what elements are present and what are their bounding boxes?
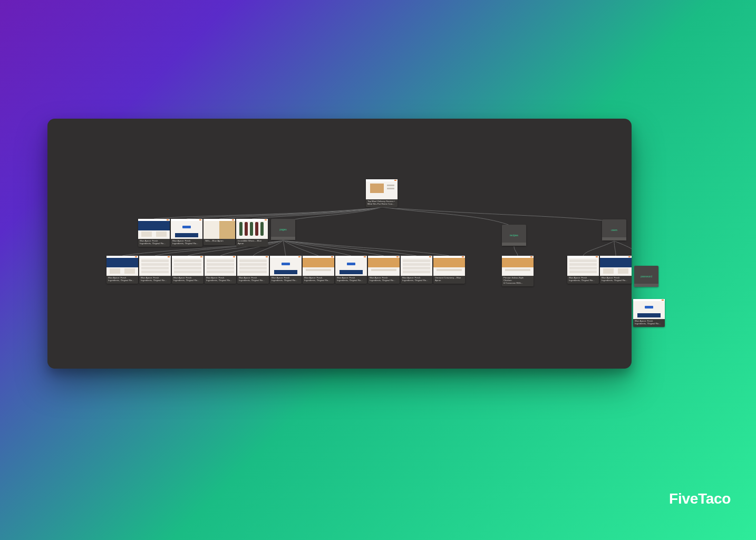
- folder-label: users: [611, 228, 617, 232]
- node-subtitle: Ingredients, Original Re...: [141, 279, 169, 282]
- sitemap-node[interactable]: Blue Apron: FreshIngredients, Original R…: [106, 256, 138, 284]
- sitemap-node[interactable]: Blue Apron: FreshIngredients, Original R…: [600, 256, 632, 284]
- sitemap-node[interactable]: Blue Apron: FreshIngredients, Original R…: [171, 219, 202, 247]
- sitemap-node[interactable]: Blue Apron: FreshIngredients, Original R…: [368, 256, 400, 284]
- node-title: Gifts – Blue Apron: [205, 240, 234, 243]
- node-subtitle: Ingredients, Original Re...: [239, 279, 267, 282]
- node-thumbnail: [172, 256, 203, 276]
- node-thumbnail: [303, 256, 334, 276]
- node-thumbnail: [368, 256, 400, 276]
- folder-password[interactable]: password: [634, 266, 658, 287]
- sitemap-node[interactable]: Persian Italian-Style Chicken& Couscous …: [502, 256, 534, 286]
- node-thumbnail: [600, 256, 632, 276]
- folder-label: recipes: [510, 234, 518, 237]
- brand-logo: FiveTaco: [669, 490, 731, 507]
- node-subtitle: Ingredients, Original Re...: [304, 279, 333, 282]
- sitemap-node[interactable]: Blue Apron: FreshIngredients, Original R…: [172, 256, 203, 284]
- node-thumbnail: [401, 256, 432, 276]
- folder-pages[interactable]: pages: [271, 219, 295, 240]
- node-thumbnail: [237, 256, 269, 276]
- sitemap-node[interactable]: Blue Apron: FreshIngredients, Original R…: [138, 219, 170, 247]
- node-subtitle: Ingredients, Original Re...: [337, 279, 365, 282]
- sitemap-node[interactable]: Blue Apron: FreshIngredients, Original R…: [335, 256, 367, 284]
- node-thumbnail: [139, 256, 171, 276]
- node-subtitle: Meal Kits For Home Coo...: [367, 203, 396, 206]
- sitemap-node[interactable]: Blue Apron: FreshIngredients, Original R…: [139, 256, 171, 284]
- node-subtitle: Ingredients, Original Re...: [172, 243, 201, 245]
- node-thumbnail: [270, 256, 302, 276]
- node-subtitle: Ingredients, Original Re...: [402, 279, 431, 282]
- node-title: Incredible Wines – Blue Apron: [238, 240, 266, 245]
- node-thumbnail: [205, 256, 236, 276]
- node-subtitle: Apron: [435, 279, 463, 282]
- node-subtitle: Ingredients, Original Re...: [140, 243, 168, 245]
- node-thumbnail: [633, 299, 665, 319]
- sitemap-node[interactable]: Vermont Creamery – BlueApron: [433, 256, 465, 284]
- node-subtitle: Ingredients, Original Re...: [206, 279, 235, 282]
- node-thumbnail: [567, 256, 599, 276]
- node-thumbnail: [236, 219, 268, 239]
- sitemap-node[interactable]: Blue Apron: FreshIngredients, Original R…: [633, 299, 665, 327]
- node-thumbnail: [138, 219, 170, 239]
- node-thumbnail: [502, 256, 534, 276]
- folder-label: pages: [279, 228, 287, 231]
- node-subtitle: Ingredients, Original Re...: [602, 279, 630, 282]
- sitemap-node[interactable]: Blue Apron: FreshIngredients, Original R…: [401, 256, 432, 284]
- node-subtitle: Ingredients, Original Re...: [370, 279, 398, 282]
- node-subtitle: & Couscous With...: [503, 282, 532, 285]
- sitemap-node[interactable]: Blue Apron: FreshIngredients, Original R…: [567, 256, 599, 284]
- sitemap-node[interactable]: Blue Apron: FreshIngredients, Original R…: [303, 256, 334, 284]
- sitemap-node[interactable]: Incredible Wines – Blue Apron: [236, 219, 268, 247]
- node-thumbnail: [366, 179, 398, 199]
- node-subtitle: Ingredients, Original Re...: [569, 279, 597, 282]
- node-thumbnail: [203, 219, 235, 239]
- folder-recipes[interactable]: recipes: [502, 225, 526, 246]
- node-thumbnail: [335, 256, 367, 276]
- connection-lines: [47, 119, 632, 369]
- node-subtitle: Ingredients, Original Re...: [635, 323, 663, 325]
- sitemap-node[interactable]: Blue Apron: FreshIngredients, Original R…: [270, 256, 302, 284]
- node-thumbnail: [106, 256, 138, 276]
- sitemap-node-root[interactable]: Top Meal Delivery Service • Meal Kits Fo…: [366, 179, 398, 207]
- node-thumbnail: [171, 219, 202, 239]
- node-subtitle: Ingredients, Original Re...: [108, 279, 137, 282]
- node-subtitle: Ingredients, Original Re...: [272, 279, 300, 282]
- folder-label: password: [641, 275, 652, 278]
- folder-users[interactable]: users: [602, 219, 626, 240]
- node-subtitle: Ingredients, Original Re...: [173, 279, 202, 282]
- sitemap-node[interactable]: Blue Apron: FreshIngredients, Original R…: [205, 256, 236, 284]
- sitemap-node[interactable]: Gifts – Blue Apron: [203, 219, 235, 245]
- node-thumbnail: [433, 256, 465, 276]
- sitemap-node[interactable]: Blue Apron: FreshIngredients, Original R…: [237, 256, 269, 284]
- sitemap-canvas[interactable]: Top Meal Delivery Service • Meal Kits Fo…: [47, 119, 632, 369]
